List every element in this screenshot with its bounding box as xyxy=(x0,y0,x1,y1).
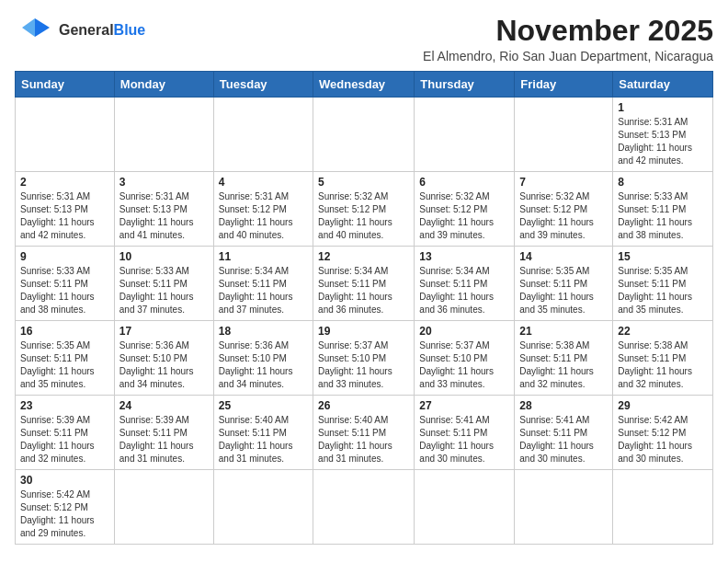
table-row xyxy=(313,470,415,545)
day-info: Sunrise: 5:39 AM Sunset: 5:11 PM Dayligh… xyxy=(20,414,109,465)
day-info: Sunrise: 5:32 AM Sunset: 5:12 PM Dayligh… xyxy=(318,190,409,242)
day-info: Sunrise: 5:40 AM Sunset: 5:11 PM Dayligh… xyxy=(219,414,308,465)
calendar-week-row: 16Sunrise: 5:35 AM Sunset: 5:11 PM Dayli… xyxy=(16,321,713,396)
location: El Almendro, Rio San Juan Department, Ni… xyxy=(423,49,713,63)
day-info: Sunrise: 5:31 AM Sunset: 5:13 PM Dayligh… xyxy=(20,190,109,242)
day-number: 8 xyxy=(618,176,708,189)
calendar-header-row: Sunday Monday Tuesday Wednesday Thursday… xyxy=(16,72,713,98)
day-number: 20 xyxy=(419,325,509,338)
day-info: Sunrise: 5:36 AM Sunset: 5:10 PM Dayligh… xyxy=(119,339,209,391)
table-row: 6Sunrise: 5:32 AM Sunset: 5:12 PM Daylig… xyxy=(415,172,515,247)
table-row: 3Sunrise: 5:31 AM Sunset: 5:13 PM Daylig… xyxy=(114,172,213,247)
col-wednesday: Wednesday xyxy=(313,72,415,98)
table-row: 14Sunrise: 5:35 AM Sunset: 5:11 PM Dayli… xyxy=(515,247,613,321)
logo-icon xyxy=(15,15,55,46)
day-number: 5 xyxy=(318,176,409,189)
day-info: Sunrise: 5:42 AM Sunset: 5:12 PM Dayligh… xyxy=(618,414,708,465)
logo-text: GeneralBlue xyxy=(59,22,145,38)
day-number: 26 xyxy=(318,399,409,412)
table-row: 13Sunrise: 5:34 AM Sunset: 5:11 PM Dayli… xyxy=(415,247,515,321)
table-row: 30Sunrise: 5:42 AM Sunset: 5:12 PM Dayli… xyxy=(16,470,115,545)
table-row: 12Sunrise: 5:34 AM Sunset: 5:11 PM Dayli… xyxy=(313,247,415,321)
logo: GeneralBlue xyxy=(15,15,145,46)
day-info: Sunrise: 5:32 AM Sunset: 5:12 PM Dayligh… xyxy=(419,190,509,242)
day-number: 9 xyxy=(20,250,109,263)
day-number: 2 xyxy=(20,176,109,189)
day-number: 21 xyxy=(519,325,608,338)
table-row xyxy=(515,98,613,172)
table-row: 16Sunrise: 5:35 AM Sunset: 5:11 PM Dayli… xyxy=(16,321,115,396)
col-monday: Monday xyxy=(114,72,213,98)
table-row: 8Sunrise: 5:33 AM Sunset: 5:11 PM Daylig… xyxy=(613,172,713,247)
table-row xyxy=(114,470,213,545)
day-info: Sunrise: 5:37 AM Sunset: 5:10 PM Dayligh… xyxy=(419,339,509,391)
day-info: Sunrise: 5:33 AM Sunset: 5:11 PM Dayligh… xyxy=(20,265,109,316)
day-number: 27 xyxy=(419,399,509,412)
table-row: 25Sunrise: 5:40 AM Sunset: 5:11 PM Dayli… xyxy=(213,396,313,470)
day-info: Sunrise: 5:41 AM Sunset: 5:11 PM Dayligh… xyxy=(519,414,608,465)
day-info: Sunrise: 5:42 AM Sunset: 5:12 PM Dayligh… xyxy=(20,488,109,540)
day-number: 1 xyxy=(618,101,708,114)
table-row xyxy=(515,470,613,545)
day-number: 10 xyxy=(119,250,209,263)
day-number: 3 xyxy=(119,176,209,189)
calendar-week-row: 2Sunrise: 5:31 AM Sunset: 5:13 PM Daylig… xyxy=(16,172,713,247)
day-number: 30 xyxy=(20,474,109,487)
table-row: 19Sunrise: 5:37 AM Sunset: 5:10 PM Dayli… xyxy=(313,321,415,396)
table-row xyxy=(213,470,313,545)
day-number: 7 xyxy=(519,176,608,189)
day-info: Sunrise: 5:32 AM Sunset: 5:12 PM Dayligh… xyxy=(519,190,608,242)
calendar-week-row: 9Sunrise: 5:33 AM Sunset: 5:11 PM Daylig… xyxy=(16,247,713,321)
day-info: Sunrise: 5:41 AM Sunset: 5:11 PM Dayligh… xyxy=(419,414,509,465)
col-thursday: Thursday xyxy=(415,72,515,98)
col-tuesday: Tuesday xyxy=(213,72,313,98)
table-row: 28Sunrise: 5:41 AM Sunset: 5:11 PM Dayli… xyxy=(515,396,613,470)
day-number: 25 xyxy=(219,399,308,412)
table-row: 9Sunrise: 5:33 AM Sunset: 5:11 PM Daylig… xyxy=(16,247,115,321)
day-number: 12 xyxy=(318,250,409,263)
day-info: Sunrise: 5:40 AM Sunset: 5:11 PM Dayligh… xyxy=(318,414,409,465)
calendar-week-row: 1Sunrise: 5:31 AM Sunset: 5:13 PM Daylig… xyxy=(16,98,713,172)
table-row: 1Sunrise: 5:31 AM Sunset: 5:13 PM Daylig… xyxy=(613,98,713,172)
table-row: 21Sunrise: 5:38 AM Sunset: 5:11 PM Dayli… xyxy=(515,321,613,396)
day-info: Sunrise: 5:34 AM Sunset: 5:11 PM Dayligh… xyxy=(419,265,509,316)
day-info: Sunrise: 5:31 AM Sunset: 5:12 PM Dayligh… xyxy=(219,190,308,242)
table-row: 23Sunrise: 5:39 AM Sunset: 5:11 PM Dayli… xyxy=(16,396,115,470)
day-info: Sunrise: 5:35 AM Sunset: 5:11 PM Dayligh… xyxy=(618,265,708,316)
day-number: 16 xyxy=(20,325,109,338)
calendar-table: Sunday Monday Tuesday Wednesday Thursday… xyxy=(15,71,713,545)
day-info: Sunrise: 5:34 AM Sunset: 5:11 PM Dayligh… xyxy=(318,265,409,316)
table-row: 18Sunrise: 5:36 AM Sunset: 5:10 PM Dayli… xyxy=(213,321,313,396)
day-info: Sunrise: 5:33 AM Sunset: 5:11 PM Dayligh… xyxy=(618,190,708,242)
table-row: 20Sunrise: 5:37 AM Sunset: 5:10 PM Dayli… xyxy=(415,321,515,396)
table-row: 24Sunrise: 5:39 AM Sunset: 5:11 PM Dayli… xyxy=(114,396,213,470)
day-number: 17 xyxy=(119,325,209,338)
table-row: 27Sunrise: 5:41 AM Sunset: 5:11 PM Dayli… xyxy=(415,396,515,470)
day-number: 19 xyxy=(318,325,409,338)
day-number: 11 xyxy=(219,250,308,263)
day-number: 29 xyxy=(618,399,708,412)
day-number: 4 xyxy=(219,176,308,189)
table-row xyxy=(613,470,713,545)
calendar-week-row: 30Sunrise: 5:42 AM Sunset: 5:12 PM Dayli… xyxy=(16,470,713,545)
table-row: 29Sunrise: 5:42 AM Sunset: 5:12 PM Dayli… xyxy=(613,396,713,470)
table-row: 22Sunrise: 5:38 AM Sunset: 5:11 PM Dayli… xyxy=(613,321,713,396)
day-number: 13 xyxy=(419,250,509,263)
day-info: Sunrise: 5:34 AM Sunset: 5:11 PM Dayligh… xyxy=(219,265,308,316)
table-row: 2Sunrise: 5:31 AM Sunset: 5:13 PM Daylig… xyxy=(16,172,115,247)
col-saturday: Saturday xyxy=(613,72,713,98)
table-row: 4Sunrise: 5:31 AM Sunset: 5:12 PM Daylig… xyxy=(213,172,313,247)
table-row: 11Sunrise: 5:34 AM Sunset: 5:11 PM Dayli… xyxy=(213,247,313,321)
day-number: 28 xyxy=(519,399,608,412)
day-number: 22 xyxy=(618,325,708,338)
day-info: Sunrise: 5:37 AM Sunset: 5:10 PM Dayligh… xyxy=(318,339,409,391)
day-number: 23 xyxy=(20,399,109,412)
day-info: Sunrise: 5:35 AM Sunset: 5:11 PM Dayligh… xyxy=(519,265,608,316)
day-number: 15 xyxy=(618,250,708,263)
page-header: GeneralBlue November 2025 El Almendro, R… xyxy=(15,15,713,63)
day-info: Sunrise: 5:39 AM Sunset: 5:11 PM Dayligh… xyxy=(119,414,209,465)
day-info: Sunrise: 5:31 AM Sunset: 5:13 PM Dayligh… xyxy=(119,190,209,242)
table-row: 5Sunrise: 5:32 AM Sunset: 5:12 PM Daylig… xyxy=(313,172,415,247)
col-sunday: Sunday xyxy=(16,72,115,98)
calendar-week-row: 23Sunrise: 5:39 AM Sunset: 5:11 PM Dayli… xyxy=(16,396,713,470)
